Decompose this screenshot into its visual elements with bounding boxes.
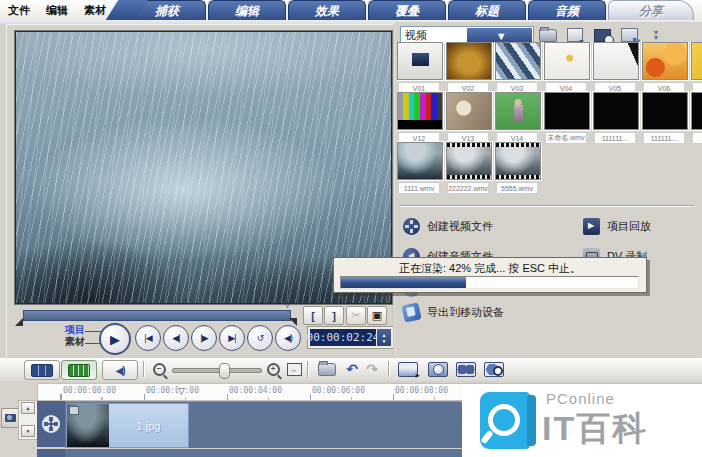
scrubber-marker[interactable]: ▽ xyxy=(284,299,291,309)
scroll-up-icon[interactable]: ▲ xyxy=(21,402,35,414)
storyboard-view-button[interactable] xyxy=(24,360,60,380)
redo-icon: ↷ xyxy=(366,361,378,377)
track-manager-button[interactable] xyxy=(1,408,19,428)
next-frame-button[interactable]: |▶ xyxy=(191,325,217,351)
playback-speed-button[interactable] xyxy=(426,360,450,378)
menu-item-edit[interactable]: 编辑 xyxy=(46,3,68,18)
library-thumb[interactable]: V13 xyxy=(446,92,490,144)
thumb-image[interactable] xyxy=(691,42,702,80)
thumb-label: 未命名.wmv xyxy=(545,132,587,144)
menu-item-file[interactable]: 文件 xyxy=(8,3,30,18)
library-thumb[interactable]: V12 xyxy=(397,92,441,144)
playhead-marker[interactable]: ▽ xyxy=(178,386,185,396)
timecode-spinner[interactable]: ▲▼ xyxy=(377,329,391,346)
thumb-image[interactable] xyxy=(446,42,492,80)
tab-edit[interactable]: 编辑 xyxy=(208,0,286,21)
end-button[interactable]: ▶| xyxy=(219,325,245,351)
fit-project-button[interactable]: ↔ xyxy=(285,360,303,378)
library-thumb[interactable]: 111111... xyxy=(593,92,637,144)
play-button[interactable]: ▶ xyxy=(99,323,131,355)
zoom-slider-handle[interactable] xyxy=(219,363,230,379)
menu-item-clip[interactable]: 素材 xyxy=(84,3,106,18)
zoom-out-button[interactable]: − xyxy=(150,360,168,378)
option-label: 创建视频文件 xyxy=(427,219,493,234)
thumb-image[interactable] xyxy=(397,42,443,80)
timeline-toolbar: ◀) − + ↔ ↶ ↷ xyxy=(0,358,702,382)
library-thumb[interactable]: V07 xyxy=(691,42,702,94)
zoom-in-button[interactable]: + xyxy=(264,360,282,378)
library-thumb[interactable]: 111111... xyxy=(642,92,686,144)
thumb-image[interactable] xyxy=(397,92,443,130)
track-scrollbar[interactable]: ▲ ▼ xyxy=(18,400,38,440)
thumb-image[interactable] xyxy=(691,92,702,130)
volume-button[interactable]: ◀) xyxy=(275,325,301,351)
overlay-track-header[interactable] xyxy=(37,449,65,457)
library-thumb[interactable]: V05 xyxy=(593,42,637,94)
prev-frame-button[interactable]: ◀| xyxy=(163,325,189,351)
undo-button[interactable]: ↶ xyxy=(342,360,362,378)
library-thumb[interactable]: 未命名.wmv xyxy=(544,92,588,144)
thumb-image[interactable] xyxy=(642,92,688,130)
scroll-down-icon[interactable]: ▼ xyxy=(21,425,35,437)
preview-files-button[interactable] xyxy=(482,360,506,378)
library-thumb[interactable]: V04 xyxy=(544,42,588,94)
thumb-label: 1111.wmv xyxy=(398,182,440,194)
zoom-slider[interactable] xyxy=(172,368,262,373)
library-thumb[interactable]: V01 xyxy=(397,42,441,94)
thumb-image[interactable] xyxy=(495,42,541,80)
timeline-clip[interactable]: 1.jpg xyxy=(66,403,189,448)
smart-proxy-button[interactable] xyxy=(454,360,478,378)
double-chevron-down-icon: ▼▼ xyxy=(653,30,660,40)
home-button[interactable]: |◀ xyxy=(135,325,161,351)
trim-start-handle[interactable] xyxy=(15,318,23,326)
thumb-image[interactable] xyxy=(446,142,492,180)
library-category-value: 视频 xyxy=(401,28,467,43)
repeat-button[interactable]: ↺ xyxy=(247,325,273,351)
create-video-file-option[interactable]: 创建视频文件 xyxy=(403,218,493,235)
tab-overlay[interactable]: 覆叠 xyxy=(368,0,446,21)
film-reels-icon xyxy=(456,362,476,377)
library-thumb[interactable]: V03 xyxy=(495,42,539,94)
library-thumb[interactable]: V14 xyxy=(495,92,539,144)
tab-effect[interactable]: 效果 xyxy=(288,0,366,21)
videostudio-window: 文件 编辑 素材 工具 捕获 编辑 效果 覆叠 标题 音频 分享 ▽ [ ] ✂… xyxy=(0,0,702,457)
tab-title[interactable]: 标题 xyxy=(448,0,526,21)
audio-view-button[interactable]: ◀) xyxy=(102,360,138,380)
library-thumb[interactable]: 222222.wmv xyxy=(446,142,490,194)
library-thumb[interactable]: 5555.wmv xyxy=(495,142,539,194)
thumb-image[interactable] xyxy=(593,42,639,80)
enlarge-preview-button[interactable]: ▣ xyxy=(367,306,387,325)
toolbar-separator xyxy=(307,361,308,377)
thumb-image[interactable] xyxy=(593,92,639,130)
timeline-view-button[interactable] xyxy=(61,360,97,380)
trim-bar[interactable] xyxy=(23,310,291,321)
export-to-mobile-option[interactable]: 导出到移动设备 xyxy=(403,304,504,321)
tab-share[interactable]: 分享 xyxy=(608,0,694,21)
thumb-image[interactable] xyxy=(397,142,443,180)
redo-button[interactable]: ↷ xyxy=(362,360,382,378)
cut-clip-button[interactable]: ✂ xyxy=(346,306,366,325)
thumb-image[interactable] xyxy=(446,92,492,130)
mark-out-button[interactable]: ] xyxy=(324,306,344,325)
thumb-image[interactable] xyxy=(495,142,541,180)
thumb-image[interactable] xyxy=(495,92,541,130)
magnifier-icon xyxy=(488,404,520,436)
thumb-image[interactable] xyxy=(642,42,688,80)
spinner-down-icon[interactable]: ▼ xyxy=(382,338,387,344)
tab-capture[interactable]: 捕获 xyxy=(128,0,206,21)
tab-audio[interactable]: 音频 xyxy=(528,0,606,21)
chevron-down-icon[interactable]: ▼ xyxy=(467,28,533,43)
toolbar-separator xyxy=(143,361,144,377)
library-thumb[interactable]: V06 xyxy=(642,42,686,94)
library-thumb[interactable]: 1111.wmv xyxy=(397,142,441,194)
mark-in-button[interactable]: [ xyxy=(303,306,323,325)
library-thumb[interactable]: 早宕... xyxy=(691,92,702,144)
batch-convert-button[interactable] xyxy=(396,360,420,378)
thumb-image[interactable] xyxy=(544,92,590,130)
insert-media-button[interactable] xyxy=(314,360,340,378)
library-thumb[interactable]: V02 xyxy=(446,42,490,94)
video-track-header[interactable] xyxy=(37,401,66,447)
project-playback-option[interactable]: 项目回放 xyxy=(583,218,651,235)
thumb-image[interactable] xyxy=(544,42,590,80)
logo-flap xyxy=(527,395,536,446)
